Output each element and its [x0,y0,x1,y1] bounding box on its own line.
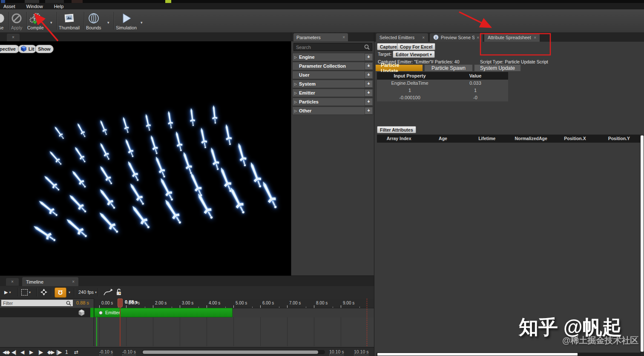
viewport-tab[interactable]: × [7,34,20,41]
add-parameter-button[interactable]: + [365,62,373,70]
column-header-normalizedage[interactable]: NormalizedAge [509,135,553,143]
frame-one-icon[interactable]: 1 [65,348,68,356]
bounds-button[interactable]: Bounds [86,10,101,32]
parameter-section-parameter-collection[interactable]: Parameter Collection+ [292,62,374,70]
timeline-track-area[interactable] [94,317,374,346]
loop-icon[interactable]: ⇄ [74,348,78,356]
fps-dropdown[interactable]: 240 fps▾ [78,287,97,297]
lock-icon[interactable] [116,287,122,297]
add-parameter-button[interactable]: + [365,71,373,79]
timeline-filter-input[interactable]: Filter [1,299,73,307]
script-tab-system-update[interactable]: System Update [474,64,521,72]
add-parameter-button[interactable]: + [365,98,373,106]
compile-button[interactable]: Compile [27,10,44,32]
snap-magnet-button[interactable]: Ω [55,287,66,298]
tab-attribute-spreadsheet[interactable]: Attribute Spreadsheet× [484,33,540,42]
expand-arrow-icon[interactable]: ▷ [294,100,297,104]
close-icon[interactable]: × [534,35,536,40]
viewport-button-show[interactable]: Show [35,45,54,53]
filter-attributes-button[interactable]: Filter Attributes [377,126,416,133]
keyframe-diamond-button[interactable] [40,287,48,297]
snap-options-caret[interactable]: ▾ [67,287,70,297]
script-tab-particle-spawn[interactable]: Particle Spawn [424,64,473,72]
close-icon[interactable]: × [477,35,479,40]
menu-asset[interactable]: Asset [3,4,15,9]
menu-help[interactable]: Help [54,4,64,9]
search-input[interactable]: Search [293,43,372,51]
add-parameter-button[interactable]: + [365,107,373,115]
tab-parameters[interactable]: Parameters × [293,33,348,41]
chevron-down-icon[interactable]: ▾ [107,20,109,25]
step-back-icon[interactable]: ◀| [12,348,16,356]
parameter-section-other[interactable]: ▷Other+ [292,106,374,115]
timeline-panel: × Timeline × ▶▾ ▾ Ω ▾ 240 fps▾ [0,276,374,356]
expand-arrow-icon[interactable]: ▷ [294,109,297,113]
close-icon[interactable]: × [422,35,425,40]
play-options-button[interactable]: ▶▾ [4,287,11,297]
attribute-spreadsheet-panel: Selected Emitters×iPreview Scene Sett×At… [374,32,644,356]
tab-timeline[interactable]: Timeline × [22,277,78,286]
playhead-handle[interactable] [118,299,123,307]
parameter-section-system[interactable]: ▷System+ [292,80,374,88]
thumbnail-button[interactable]: Thumbnail [59,10,80,32]
expand-arrow-icon[interactable]: ▷ [294,82,297,86]
viewport-button-label: Show [38,46,50,52]
script-tab-particle-update[interactable]: Particle Update [375,64,423,72]
to-end-icon[interactable]: ||▶ [56,348,61,356]
timeline-mini-tab[interactable]: × [6,278,19,286]
viewport-button-pective[interactable]: pective [0,45,20,53]
menu-window[interactable]: Window [26,4,43,9]
copy-for-excel-button[interactable]: Copy For Excel [397,43,435,50]
close-icon[interactable]: × [72,279,75,284]
tab-selected-emitters[interactable]: Selected Emitters× [376,33,428,42]
next-key-icon[interactable]: ◆▶ [47,348,54,356]
parameter-section-particles[interactable]: ▷Particles+ [292,98,374,106]
wse-button[interactable]: wse [0,10,5,32]
vertical-scrollbar-thumb[interactable] [641,135,644,352]
column-header-position-y[interactable]: Position.Y [597,135,641,143]
curve-editor-button[interactable] [103,287,113,297]
apply-button[interactable]: Apply [11,10,22,32]
marquee-select-button[interactable]: ▾ [21,287,31,297]
track-gridline [260,317,261,346]
preview-viewport[interactable]: pectiveLitShow [0,41,291,276]
tab-preview-scene-sett[interactable]: iPreview Scene Sett× [430,33,483,42]
work-range-start[interactable]: -0.10 s [122,349,136,355]
simulation-button[interactable]: Simulation [116,10,137,32]
add-parameter-button[interactable]: + [365,80,373,88]
input-table-row[interactable]: -0.000100-0 [377,94,508,102]
chevron-down-icon[interactable]: ▾ [50,20,52,25]
close-icon[interactable]: × [11,279,14,284]
step-forward-icon[interactable]: |▶ [38,348,43,356]
chevron-down-icon[interactable]: ▾ [141,20,143,25]
close-icon[interactable]: × [12,35,14,40]
parameter-section-emitter[interactable]: ▷Emitter+ [292,89,374,97]
column-header-lifetime[interactable]: Lifetime [465,135,509,143]
viewport-button-lit[interactable]: Lit [18,45,37,53]
horizontal-scrollbar-thumb[interactable] [377,353,578,356]
play-reverse-icon[interactable]: ◀ [20,348,24,356]
emitter-track-header[interactable] [0,308,94,317]
parameter-section-engine[interactable]: ▷Engine+ [292,53,374,61]
add-parameter-button[interactable]: + [365,53,373,61]
expand-arrow-icon[interactable]: ▷ [294,91,297,95]
timeline-scrollbar-thumb[interactable] [143,350,318,354]
target-dropdown[interactable]: Editor Viewport ▾ [393,51,435,58]
play-icon[interactable]: ▶ [29,348,33,356]
parameter-section-user[interactable]: User+ [292,71,374,79]
expand-arrow-icon[interactable]: ▷ [294,55,297,59]
view-range-start[interactable]: -0.10 s [99,349,113,355]
column-header-position-x[interactable]: Position.X [553,135,597,143]
view-range-end[interactable]: 10.10 s [354,349,368,355]
capture-button[interactable]: Capture [377,43,400,50]
column-header-age[interactable]: Age [421,135,465,143]
to-front-icon[interactable]: ◀◆ [3,348,9,356]
add-parameter-button[interactable]: + [365,89,373,97]
work-range-end[interactable]: 10.10 s [329,349,344,355]
input-table-row[interactable]: 11 [377,87,508,95]
ruler-tick [287,305,288,308]
close-icon[interactable]: × [342,35,345,40]
column-header-array index[interactable]: Array Index [377,135,421,143]
input-table-row[interactable]: Engine.DeltaTime0.033 [377,80,508,87]
emitter-track-bar[interactable]: Emitter [94,308,233,317]
